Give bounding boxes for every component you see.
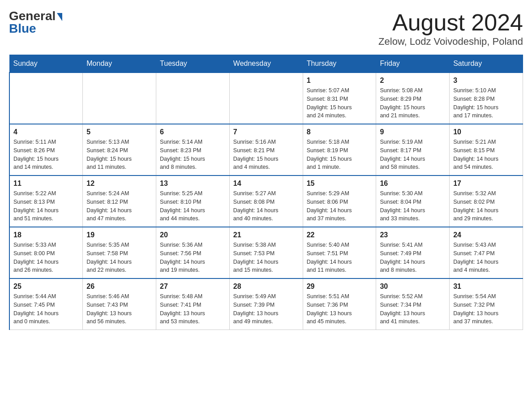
day-number: 25 [13, 283, 79, 291]
day-info: Sunrise: 5:14 AMSunset: 8:23 PMDaylight:… [160, 138, 226, 171]
day-info: Sunrise: 5:30 AMSunset: 8:04 PMDaylight:… [380, 189, 446, 223]
calendar-day-10: 10Sunrise: 5:21 AMSunset: 8:15 PMDayligh… [450, 124, 523, 176]
calendar-weekday-saturday: Saturday [450, 55, 523, 73]
day-info: Sunrise: 5:25 AMSunset: 8:10 PMDaylight:… [160, 189, 226, 223]
day-number: 30 [380, 283, 446, 291]
day-info: Sunrise: 5:07 AMSunset: 8:31 PMDaylight:… [307, 86, 373, 120]
day-number: 29 [307, 283, 373, 291]
calendar-day-5: 5Sunrise: 5:13 AMSunset: 8:24 PMDaylight… [83, 124, 156, 176]
page-title: August 2024 [378, 9, 523, 36]
logo-arrow-icon [57, 13, 62, 21]
calendar-day-20: 20Sunrise: 5:36 AMSunset: 7:56 PMDayligh… [156, 227, 230, 278]
calendar-week-row: 4Sunrise: 5:11 AMSunset: 8:26 PMDaylight… [9, 124, 523, 176]
calendar-weekday-wednesday: Wednesday [229, 55, 303, 73]
calendar-day-15: 15Sunrise: 5:29 AMSunset: 8:06 PMDayligh… [303, 176, 376, 227]
calendar-day-8: 8Sunrise: 5:18 AMSunset: 8:19 PMDaylight… [303, 124, 376, 176]
logo-blue-text: Blue [9, 21, 36, 36]
day-info: Sunrise: 5:35 AMSunset: 7:58 PMDaylight:… [86, 241, 152, 274]
day-number: 18 [13, 231, 79, 239]
day-info: Sunrise: 5:10 AMSunset: 8:28 PMDaylight:… [453, 86, 519, 120]
calendar-weekday-friday: Friday [376, 55, 450, 73]
calendar-week-row: 1Sunrise: 5:07 AMSunset: 8:31 PMDaylight… [9, 73, 523, 124]
day-info: Sunrise: 5:38 AMSunset: 7:53 PMDaylight:… [233, 241, 299, 274]
calendar-day-14: 14Sunrise: 5:27 AMSunset: 8:08 PMDayligh… [229, 176, 303, 227]
day-number: 20 [160, 231, 226, 239]
day-number: 15 [307, 180, 373, 188]
day-number: 28 [233, 283, 299, 291]
calendar-day-27: 27Sunrise: 5:48 AMSunset: 7:41 PMDayligh… [156, 278, 230, 330]
day-info: Sunrise: 5:41 AMSunset: 7:49 PMDaylight:… [380, 241, 446, 274]
day-info: Sunrise: 5:18 AMSunset: 8:19 PMDaylight:… [307, 138, 373, 171]
day-info: Sunrise: 5:11 AMSunset: 8:26 PMDaylight:… [13, 138, 79, 171]
calendar-weekday-sunday: Sunday [9, 55, 83, 73]
day-number: 14 [233, 180, 299, 188]
calendar-day-25: 25Sunrise: 5:44 AMSunset: 7:45 PMDayligh… [9, 278, 83, 330]
day-number: 12 [86, 180, 152, 188]
calendar-day-29: 29Sunrise: 5:51 AMSunset: 7:36 PMDayligh… [303, 278, 376, 330]
calendar-day-11: 11Sunrise: 5:22 AMSunset: 8:13 PMDayligh… [9, 176, 83, 227]
day-info: Sunrise: 5:08 AMSunset: 8:29 PMDaylight:… [380, 86, 446, 120]
day-info: Sunrise: 5:19 AMSunset: 8:17 PMDaylight:… [380, 138, 446, 171]
calendar-day-31: 31Sunrise: 5:54 AMSunset: 7:32 PMDayligh… [450, 278, 523, 330]
page-subtitle: Zelow, Lodz Voivodeship, Poland [378, 36, 523, 47]
calendar-weekday-tuesday: Tuesday [156, 55, 230, 73]
calendar-day-21: 21Sunrise: 5:38 AMSunset: 7:53 PMDayligh… [229, 227, 303, 278]
day-info: Sunrise: 5:43 AMSunset: 7:47 PMDaylight:… [453, 241, 519, 274]
day-info: Sunrise: 5:29 AMSunset: 8:06 PMDaylight:… [307, 189, 373, 223]
day-info: Sunrise: 5:52 AMSunset: 7:34 PMDaylight:… [380, 292, 446, 326]
day-number: 9 [380, 128, 446, 136]
day-number: 27 [160, 283, 226, 291]
day-info: Sunrise: 5:44 AMSunset: 7:45 PMDaylight:… [13, 292, 79, 326]
day-info: Sunrise: 5:33 AMSunset: 8:00 PMDaylight:… [13, 241, 79, 274]
calendar-weekday-monday: Monday [83, 55, 156, 73]
logo: General Blue [9, 9, 62, 36]
day-number: 31 [453, 283, 519, 291]
day-info: Sunrise: 5:16 AMSunset: 8:21 PMDaylight:… [233, 138, 299, 171]
calendar-day-7: 7Sunrise: 5:16 AMSunset: 8:21 PMDaylight… [229, 124, 303, 176]
page-header: General Blue August 2024 Zelow, Lodz Voi… [9, 9, 523, 47]
calendar-day-16: 16Sunrise: 5:30 AMSunset: 8:04 PMDayligh… [376, 176, 450, 227]
calendar-day-19: 19Sunrise: 5:35 AMSunset: 7:58 PMDayligh… [83, 227, 156, 278]
day-number: 7 [233, 128, 299, 136]
day-number: 13 [160, 180, 226, 188]
calendar-table: SundayMondayTuesdayWednesdayThursdayFrid… [9, 55, 523, 330]
calendar-day-18: 18Sunrise: 5:33 AMSunset: 8:00 PMDayligh… [9, 227, 83, 278]
title-block: August 2024 Zelow, Lodz Voivodeship, Pol… [378, 9, 523, 47]
calendar-empty-cell [9, 73, 83, 124]
calendar-day-3: 3Sunrise: 5:10 AMSunset: 8:28 PMDaylight… [450, 73, 523, 124]
calendar-day-28: 28Sunrise: 5:49 AMSunset: 7:39 PMDayligh… [229, 278, 303, 330]
day-info: Sunrise: 5:40 AMSunset: 7:51 PMDaylight:… [307, 241, 373, 274]
calendar-weekday-thursday: Thursday [303, 55, 376, 73]
day-number: 6 [160, 128, 226, 136]
day-number: 8 [307, 128, 373, 136]
day-info: Sunrise: 5:51 AMSunset: 7:36 PMDaylight:… [307, 292, 373, 326]
day-number: 24 [453, 231, 519, 239]
day-number: 11 [13, 180, 79, 188]
calendar-day-22: 22Sunrise: 5:40 AMSunset: 7:51 PMDayligh… [303, 227, 376, 278]
day-info: Sunrise: 5:54 AMSunset: 7:32 PMDaylight:… [453, 292, 519, 326]
calendar-empty-cell [156, 73, 230, 124]
day-number: 16 [380, 180, 446, 188]
calendar-day-30: 30Sunrise: 5:52 AMSunset: 7:34 PMDayligh… [376, 278, 450, 330]
calendar-day-1: 1Sunrise: 5:07 AMSunset: 8:31 PMDaylight… [303, 73, 376, 124]
calendar-day-4: 4Sunrise: 5:11 AMSunset: 8:26 PMDaylight… [9, 124, 83, 176]
day-info: Sunrise: 5:22 AMSunset: 8:13 PMDaylight:… [13, 189, 79, 223]
calendar-day-9: 9Sunrise: 5:19 AMSunset: 8:17 PMDaylight… [376, 124, 450, 176]
day-info: Sunrise: 5:46 AMSunset: 7:43 PMDaylight:… [86, 292, 152, 326]
day-number: 4 [13, 128, 79, 136]
calendar-day-23: 23Sunrise: 5:41 AMSunset: 7:49 PMDayligh… [376, 227, 450, 278]
day-number: 2 [380, 77, 446, 85]
calendar-empty-cell [229, 73, 303, 124]
day-number: 17 [453, 180, 519, 188]
day-number: 3 [453, 77, 519, 85]
day-info: Sunrise: 5:49 AMSunset: 7:39 PMDaylight:… [233, 292, 299, 326]
day-info: Sunrise: 5:48 AMSunset: 7:41 PMDaylight:… [160, 292, 226, 326]
calendar-day-12: 12Sunrise: 5:24 AMSunset: 8:12 PMDayligh… [83, 176, 156, 227]
day-number: 19 [86, 231, 152, 239]
calendar-day-24: 24Sunrise: 5:43 AMSunset: 7:47 PMDayligh… [450, 227, 523, 278]
day-number: 22 [307, 231, 373, 239]
day-info: Sunrise: 5:32 AMSunset: 8:02 PMDaylight:… [453, 189, 519, 223]
day-info: Sunrise: 5:21 AMSunset: 8:15 PMDaylight:… [453, 138, 519, 171]
day-number: 1 [307, 77, 373, 85]
calendar-empty-cell [83, 73, 156, 124]
